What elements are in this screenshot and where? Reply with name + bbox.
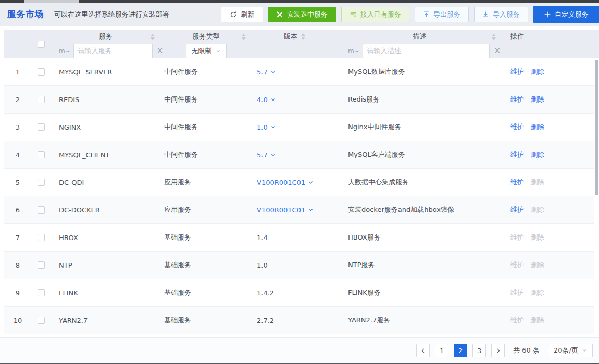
version-value: V100R001C01 — [257, 179, 305, 186]
delete-link[interactable]: 删除 — [531, 150, 544, 159]
row-index: 10 — [4, 317, 31, 324]
row-checkbox[interactable] — [38, 289, 45, 296]
maintain-link[interactable]: 维护 — [510, 95, 524, 104]
chevron-down-icon — [270, 152, 276, 158]
service-description: 大数据中心集成服务 — [338, 178, 502, 187]
export-button[interactable]: 导出服务 — [415, 7, 469, 22]
page-3-button[interactable]: 3 — [472, 344, 486, 357]
row-checkbox-cell — [31, 317, 51, 324]
page-subtitle: 可以在这里选择系统服务进行安装部署 — [54, 10, 169, 19]
row-checkbox[interactable] — [38, 261, 45, 269]
page-size-select[interactable]: 20条/页 — [548, 344, 593, 357]
delete-link[interactable]: 删除 — [531, 67, 544, 77]
row-checkbox[interactable] — [38, 317, 45, 324]
service-name: NTP — [51, 261, 160, 269]
version-dropdown: 1.4 — [257, 234, 268, 242]
table-row: 8 NTP 基础服务 1.0 NTP服务 维护 删除 — [4, 252, 594, 279]
version-dropdown[interactable]: 1.0 — [257, 123, 276, 131]
row-index: 6 — [4, 206, 31, 214]
chevron-left-icon — [420, 348, 426, 354]
maintain-link[interactable]: 维护 — [510, 178, 524, 187]
table-row: 7 HBOX 基础服务 1.4 HBOX服务 维护 删除 — [4, 224, 594, 252]
delete-link: 删除 — [531, 316, 544, 325]
row-checkbox-cell — [31, 68, 51, 76]
vertical-scrollbar-thumb[interactable] — [595, 60, 598, 195]
row-checkbox[interactable] — [38, 234, 45, 241]
export-button-label: 导出服务 — [433, 10, 460, 19]
prev-page-button[interactable] — [416, 344, 430, 357]
select-all-checkbox[interactable] — [38, 41, 45, 48]
description-filter-input[interactable] — [363, 44, 490, 58]
import-button-label: 导入服务 — [493, 10, 520, 19]
service-description: MySQL客户端服务 — [338, 150, 502, 159]
maintain-link[interactable]: 维护 — [510, 67, 524, 77]
row-index: 2 — [4, 96, 31, 104]
version-value: 1.0 — [257, 123, 268, 131]
chevron-down-icon — [270, 97, 276, 103]
row-checkbox[interactable] — [38, 123, 45, 131]
service-description: FLINK服务 — [338, 288, 502, 297]
plus-icon — [544, 11, 551, 18]
row-checkbox[interactable] — [38, 151, 45, 158]
row-checkbox-cell — [31, 289, 51, 296]
description-filter-mode: m~ — [348, 47, 359, 55]
row-checkbox[interactable] — [38, 96, 45, 103]
type-filter-select[interactable]: 无限制 — [186, 44, 227, 58]
connect-existing-button[interactable]: 接入已有服务 — [341, 7, 409, 22]
service-type: 基础服务 — [160, 260, 252, 270]
row-checkbox-cell — [31, 96, 51, 103]
service-name: REDIS — [51, 96, 160, 104]
service-name: DC-QDI — [51, 179, 160, 186]
maintain-link[interactable]: 维护 — [510, 205, 524, 215]
type-column-header: 服务类型 — [160, 30, 252, 43]
version-sort-icon[interactable] — [301, 33, 305, 40]
select-all-cell — [31, 30, 51, 58]
maintain-link[interactable]: 维护 — [510, 122, 524, 132]
description-sort-icon[interactable] — [492, 34, 496, 40]
page-size-value: 20条/页 — [554, 346, 578, 355]
page-2-button[interactable]: 2 — [454, 344, 467, 357]
service-name: DC-DOCKER — [51, 206, 160, 214]
version-value: 2.7.2 — [257, 317, 274, 324]
row-checkbox[interactable] — [38, 206, 45, 214]
version-dropdown[interactable]: 4.0 — [257, 96, 276, 104]
install-selected-button[interactable]: 安装选中服务 — [268, 7, 336, 22]
import-button[interactable]: 导入服务 — [474, 7, 528, 22]
pagination-bar: 123 共 60 条 20条/页 — [0, 337, 599, 363]
row-checkbox[interactable] — [38, 68, 45, 76]
service-description: Nginx中间件服务 — [338, 122, 502, 132]
version-dropdown[interactable]: V100R001C01 — [257, 179, 314, 186]
type-sort-icon[interactable] — [242, 34, 246, 40]
row-checkbox-cell — [31, 123, 51, 131]
version-dropdown[interactable]: V100R001C01 — [257, 206, 314, 214]
row-index: 5 — [4, 179, 31, 186]
service-filter-input[interactable] — [73, 44, 153, 58]
delete-link[interactable]: 删除 — [531, 95, 544, 104]
page-header: 服务市场 可以在这里选择系统服务进行安装部署 刷新 安装选中服务 接入已有服务 — [0, 3, 599, 26]
page-1-button[interactable]: 1 — [435, 344, 448, 357]
version-dropdown: 1.4.2 — [257, 289, 274, 297]
maintain-link: 维护 — [510, 233, 524, 242]
refresh-button[interactable]: 刷新 — [221, 7, 263, 22]
row-checkbox[interactable] — [38, 179, 45, 186]
version-value: 5.7 — [257, 151, 268, 159]
service-sort-icon[interactable] — [151, 34, 155, 40]
tools-icon — [276, 11, 283, 18]
chevron-down-icon — [308, 180, 314, 185]
index-column-header — [4, 30, 31, 58]
pagination-pages: 123 — [435, 344, 486, 357]
row-index: 4 — [4, 151, 31, 159]
description-filter-clear-icon[interactable]: × — [493, 47, 502, 55]
maintain-link[interactable]: 维护 — [510, 150, 524, 159]
version-dropdown[interactable]: 5.7 — [257, 68, 276, 76]
next-page-button[interactable] — [491, 344, 505, 357]
service-name: NGINX — [51, 123, 160, 131]
service-type: 基础服务 — [160, 233, 252, 242]
row-index: 3 — [4, 123, 31, 131]
chevron-down-icon — [308, 207, 314, 213]
custom-service-button[interactable]: 自定义服务 — [533, 6, 599, 23]
actions-column-header: 操作 — [502, 30, 599, 43]
version-dropdown[interactable]: 5.7 — [257, 151, 276, 159]
version-value: 1.4.2 — [257, 289, 274, 297]
delete-link[interactable]: 删除 — [531, 122, 544, 132]
